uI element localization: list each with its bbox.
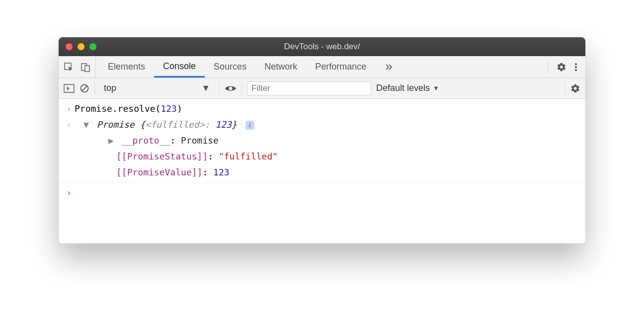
brace: { (135, 119, 146, 130)
window-title: DevTools - web.dev/ (59, 42, 585, 52)
log-levels-select[interactable]: Default levels ▼ (376, 83, 439, 93)
promise-state-label: <fulfilled> (145, 119, 204, 130)
svg-rect-2 (85, 66, 89, 72)
divider (94, 82, 95, 94)
internal-slot-key: [[PromiseStatus]] (116, 151, 208, 161)
svg-point-3 (575, 63, 577, 65)
internal-slot-value: 123 (213, 167, 230, 177)
divider (219, 82, 220, 94)
zoom-window-button[interactable] (89, 43, 96, 50)
context-label: top (104, 83, 116, 93)
proto-value: Promise (181, 135, 219, 146)
svg-line-8 (82, 86, 87, 91)
promise-status-row: [[PromiseStatus]]: "fulfilled" (59, 149, 585, 164)
console-input-echo: › Promise.resolve(123) (59, 101, 585, 117)
numeric-literal: 123 (161, 103, 177, 114)
console-toolbar: top ▼ Default levels ▼ (59, 78, 585, 99)
internal-slot-value: "fulfilled" (219, 151, 278, 161)
tab-elements[interactable]: Elements (99, 56, 154, 78)
separator: : (205, 119, 216, 130)
svg-point-4 (575, 66, 577, 68)
inspect-element-icon[interactable] (64, 62, 74, 72)
object-class-name: Promise (97, 119, 135, 130)
titlebar: DevTools - web.dev/ (59, 37, 585, 56)
live-expression-eye-icon[interactable] (225, 84, 237, 92)
console-settings-gear-icon[interactable] (570, 83, 580, 93)
console-input[interactable] (75, 186, 580, 200)
minimize-window-button[interactable] (78, 43, 84, 50)
prompt-chevron-icon: › (64, 186, 75, 200)
traffic-lights (66, 43, 96, 50)
toggle-sidebar-icon[interactable] (64, 84, 75, 93)
tab-sources[interactable]: Sources (205, 56, 255, 78)
close-window-button[interactable] (66, 43, 73, 50)
tab-performance[interactable]: Performance (306, 56, 375, 78)
clear-console-icon[interactable] (80, 83, 89, 93)
divider (59, 182, 585, 183)
result-chevron-icon: ‹ (64, 118, 75, 132)
console-result-row[interactable]: ‹ ▼ Promise {<fulfilled>: 123} i (59, 117, 585, 133)
proto-key: __proto__ (122, 135, 170, 146)
console-prompt-row[interactable]: › (59, 185, 585, 201)
devtools-window: DevTools - web.dev/ Elements Console Sou… (59, 37, 585, 243)
info-badge-icon[interactable]: i (245, 121, 254, 130)
caret-down-icon: ▼ (433, 84, 439, 92)
proto-row[interactable]: ▶ __proto__: Promise (59, 133, 585, 149)
divider (242, 82, 242, 94)
levels-label: Default levels (376, 83, 430, 93)
internal-slot-key: [[PromiseValue]] (116, 167, 202, 177)
divider (565, 82, 565, 94)
disclosure-triangle-closed-icon[interactable]: ▶ (108, 134, 115, 148)
svg-point-9 (229, 86, 233, 90)
input-chevron-icon: › (64, 102, 75, 116)
divider (548, 61, 549, 73)
promise-state-value: 123 (215, 119, 232, 130)
execution-context-select[interactable]: top ▼ (100, 81, 214, 96)
filter-input[interactable] (247, 81, 371, 95)
caret-down-icon: ▼ (201, 83, 210, 93)
svg-point-5 (575, 69, 577, 71)
disclosure-triangle-open-icon[interactable]: ▼ (83, 118, 90, 132)
chevron-double-right-icon (384, 62, 394, 72)
brace: } (232, 119, 237, 130)
tab-network[interactable]: Network (255, 56, 306, 78)
tab-overflow[interactable] (375, 56, 403, 78)
device-toolbar-icon[interactable] (80, 62, 90, 72)
console-output: › Promise.resolve(123) ‹ ▼ Promise {<ful… (59, 99, 585, 243)
code-text: ) (177, 103, 182, 114)
more-menu-icon[interactable] (574, 62, 577, 72)
settings-gear-icon[interactable] (557, 62, 566, 72)
code-text: Promise.resolve( (75, 103, 161, 114)
main-tabbar: Elements Console Sources Network Perform… (59, 56, 585, 78)
tab-console[interactable]: Console (154, 56, 205, 78)
promise-value-row: [[PromiseValue]]: 123 (59, 164, 585, 180)
